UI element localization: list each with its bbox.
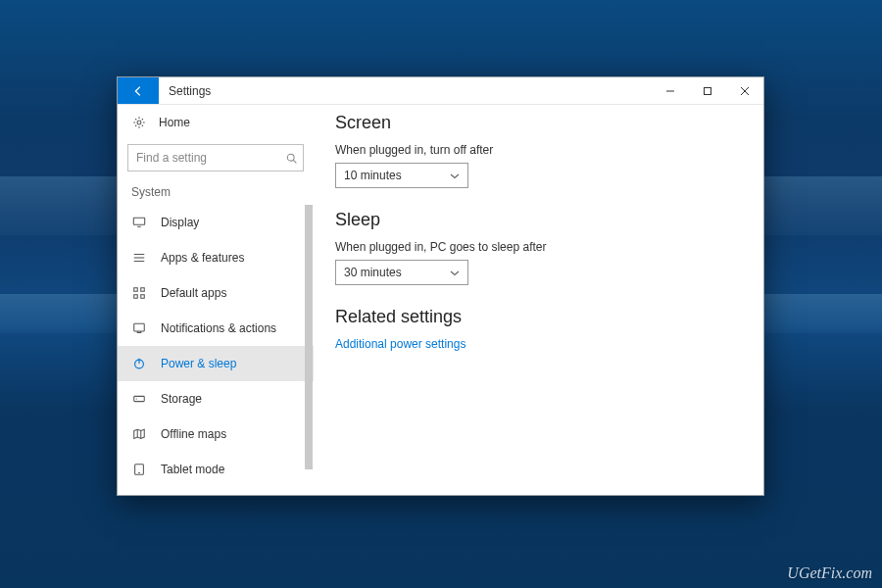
search-input[interactable]: [127, 144, 304, 172]
sidebar-item-label: Storage: [161, 392, 202, 406]
close-button[interactable]: [726, 77, 763, 104]
sidebar-item-storage[interactable]: Storage: [118, 381, 314, 416]
sidebar-item-offline-maps[interactable]: Offline maps: [118, 416, 314, 452]
svg-rect-15: [141, 295, 145, 299]
related-section: Related settings Additional power settin…: [335, 307, 742, 351]
notifications-icon: [131, 320, 147, 336]
screen-section: Screen When plugged in, turn off after 1…: [335, 113, 742, 188]
sidebar-nav-list: Display Apps & features Default apps: [118, 205, 314, 495]
sleep-heading: Sleep: [335, 210, 742, 230]
sidebar-nav: Display Apps & features Default apps: [118, 205, 314, 495]
minimize-button[interactable]: [652, 77, 689, 104]
maximize-button[interactable]: [689, 77, 726, 104]
additional-power-settings-link[interactable]: Additional power settings: [335, 337, 742, 351]
screen-heading: Screen: [335, 113, 742, 133]
back-button[interactable]: [118, 77, 159, 104]
sleep-label: When plugged in, PC goes to sleep after: [335, 240, 742, 254]
svg-rect-1: [705, 87, 711, 94]
sidebar-item-multitasking[interactable]: Multitasking: [118, 487, 314, 495]
sidebar-item-label: Apps & features: [161, 251, 244, 265]
sidebar-item-display[interactable]: Display: [118, 205, 314, 240]
settings-window: Settings Home: [117, 76, 764, 496]
sidebar-item-default-apps[interactable]: Default apps: [118, 275, 314, 311]
search-icon: [283, 150, 299, 166]
search-wrap: [118, 140, 314, 181]
sidebar-item-tablet-mode[interactable]: Tablet mode: [118, 452, 314, 487]
svg-point-4: [137, 121, 141, 124]
svg-point-20: [136, 398, 137, 399]
sidebar-item-label: Tablet mode: [161, 463, 224, 476]
svg-rect-7: [133, 218, 144, 224]
sidebar-top: Home System: [118, 105, 314, 205]
dropdown-value: 30 minutes: [344, 266, 402, 279]
titlebar: Settings: [118, 77, 763, 105]
power-icon: [131, 356, 147, 371]
sleep-section: Sleep When plugged in, PC goes to sleep …: [335, 210, 742, 285]
window-body: Home System: [118, 105, 763, 495]
screen-label: When plugged in, turn off after: [335, 143, 742, 157]
sidebar-item-label: Notifications & actions: [161, 321, 276, 335]
scroll-thumb[interactable]: [305, 205, 313, 469]
dropdown-value: 10 minutes: [344, 169, 402, 182]
sidebar-item-apps-features[interactable]: Apps & features: [118, 240, 314, 275]
svg-line-6: [293, 160, 296, 163]
storage-icon: [131, 391, 147, 407]
sidebar-home-label: Home: [159, 116, 190, 129]
sidebar-item-label: Default apps: [161, 286, 226, 300]
map-icon: [131, 426, 147, 442]
content-area: Screen When plugged in, turn off after 1…: [314, 105, 763, 495]
sidebar-item-label: Offline maps: [161, 427, 226, 441]
sidebar-item-power-sleep[interactable]: Power & sleep: [118, 346, 314, 381]
screen-timeout-dropdown[interactable]: 10 minutes: [335, 163, 468, 188]
svg-rect-13: [141, 288, 145, 292]
gear-icon: [131, 115, 147, 130]
default-apps-icon: [131, 285, 147, 301]
svg-rect-14: [134, 295, 138, 299]
chevron-down-icon: [450, 268, 460, 278]
sidebar-scrollbar[interactable]: [304, 205, 314, 495]
apps-icon: [131, 250, 147, 266]
sleep-timeout-dropdown[interactable]: 30 minutes: [335, 260, 468, 285]
display-icon: [131, 215, 147, 230]
sidebar-section-label: System: [118, 181, 314, 205]
watermark: UGetFix.com: [787, 564, 872, 582]
tablet-icon: [131, 462, 147, 477]
sidebar: Home System: [118, 105, 314, 495]
window-title: Settings: [159, 77, 652, 104]
search-field[interactable]: [136, 151, 283, 165]
sidebar-item-notifications[interactable]: Notifications & actions: [118, 311, 314, 346]
chevron-down-icon: [450, 171, 460, 181]
related-heading: Related settings: [335, 307, 742, 327]
sidebar-item-label: Display: [161, 216, 199, 229]
svg-rect-19: [134, 396, 145, 401]
sidebar-home[interactable]: Home: [118, 105, 314, 140]
arrow-left-icon: [130, 83, 146, 99]
svg-rect-16: [134, 323, 145, 331]
svg-rect-12: [134, 288, 138, 292]
sidebar-item-label: Power & sleep: [161, 357, 236, 370]
svg-point-5: [287, 154, 294, 161]
